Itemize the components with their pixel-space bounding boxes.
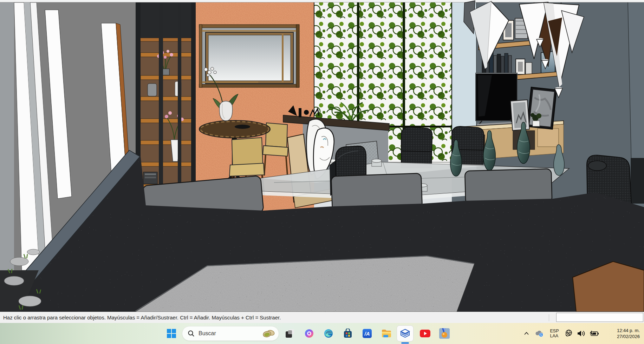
speaker-icon <box>577 330 585 337</box>
search-input[interactable]: Buscar <box>182 326 279 341</box>
measurements-box[interactable] <box>556 313 643 322</box>
pistachio-image <box>262 329 275 338</box>
copilot-icon <box>304 329 314 338</box>
taskbar: Buscar <box>0 323 644 344</box>
battery-charging-icon <box>589 330 599 337</box>
viewport-3d-scene[interactable] <box>0 0 644 312</box>
system-tray: ESP LAA <box>520 323 644 344</box>
clock-date: 27/02/2026 <box>617 333 640 339</box>
status-divider <box>549 314 549 321</box>
search-icon <box>188 330 194 337</box>
status-hint: Haz clic o arrastra para seleccionar obj… <box>0 315 281 320</box>
clock[interactable]: 12:44 p. m. 27/02/2026 <box>601 328 644 339</box>
battery-tray-button[interactable] <box>587 330 601 337</box>
cloud-sync-icon <box>535 330 544 337</box>
tray-chevron-button[interactable] <box>520 332 532 335</box>
woven-armchair[interactable] <box>401 127 432 168</box>
medal-app-button[interactable] <box>437 326 451 341</box>
slash-a-icon: /A <box>362 329 372 338</box>
task-view-button[interactable] <box>283 326 297 341</box>
windows-logo-icon <box>167 329 176 338</box>
language-line2: LAA <box>550 333 559 338</box>
task-view-icon <box>285 329 294 338</box>
store-button[interactable] <box>341 326 355 341</box>
language-indicator[interactable]: ESP LAA <box>546 329 562 338</box>
status-bar: Haz clic o arrastra para seleccionar obj… <box>0 312 644 323</box>
edge-button[interactable] <box>321 326 336 341</box>
open-shelving-unit[interactable] <box>136 2 195 213</box>
edge-icon <box>324 329 333 338</box>
start-button[interactable] <box>164 326 178 341</box>
slash-a-app-button[interactable]: /A <box>360 326 374 341</box>
svg-text:/A: /A <box>364 331 370 337</box>
tv[interactable] <box>476 73 517 125</box>
medal-icon <box>439 328 450 339</box>
folder-icon <box>381 329 392 338</box>
youtube-button[interactable] <box>418 326 432 341</box>
glass-cup <box>372 159 382 166</box>
sketchup-icon <box>400 328 410 339</box>
language-line1: ESP <box>550 329 559 333</box>
globe-offline-icon <box>565 329 573 338</box>
volume-tray-button[interactable] <box>575 330 587 337</box>
onedrive-tray-button[interactable] <box>532 330 546 337</box>
desktop-screen: Haz clic o arrastra para seleccionar obj… <box>0 0 644 344</box>
microsoft-store-icon <box>343 329 353 338</box>
search-placeholder: Buscar <box>199 330 262 337</box>
file-explorer-button[interactable] <box>379 326 393 341</box>
sketchup-app-button[interactable] <box>397 325 414 342</box>
chevron-up-icon <box>524 332 529 335</box>
youtube-icon <box>420 330 430 337</box>
copilot-button[interactable] <box>302 326 316 341</box>
network-tray-button[interactable] <box>562 329 575 338</box>
wall-mirror[interactable] <box>199 25 299 87</box>
active-app-indicator <box>401 342 409 344</box>
clock-time: 12:44 p. m. <box>617 328 640 333</box>
